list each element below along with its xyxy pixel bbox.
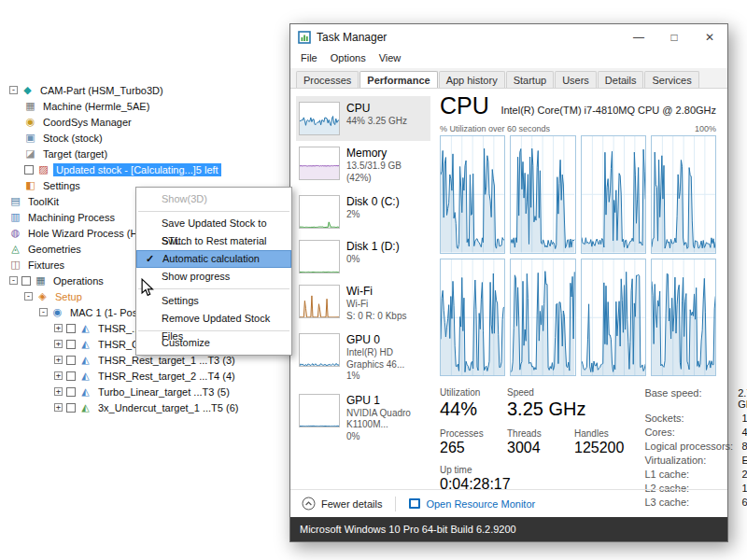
menu-separator: [138, 211, 289, 212]
tree-item-updated-stock-calculating-5-[interactable]: ▨Updated stock - [Calculating...]5 left: [6, 161, 286, 177]
menu-item-automatic-calculation[interactable]: ✓Automatic calculation: [136, 250, 291, 268]
tree-item-label: Machine (Hermle_5AE): [40, 100, 152, 113]
menu-view[interactable]: View: [373, 50, 408, 68]
cpu-core-graph-3: [581, 135, 646, 254]
tab-users[interactable]: Users: [555, 71, 597, 88]
tree-item-label: Settings: [40, 179, 83, 192]
op-icon: ◭: [79, 355, 92, 365]
perf-sidebar-item-gpu-0[interactable]: GPU 0Intel(R) HD Graphics 46...1%: [296, 328, 430, 388]
footer-divider: [395, 497, 396, 511]
tab-app-history[interactable]: App history: [439, 71, 505, 88]
tree-item-label: CAM-Part (HSM_Turbo3D): [37, 84, 166, 97]
menu-file[interactable]: File: [294, 50, 324, 68]
machining-icon: ▥: [9, 212, 21, 222]
tab-details[interactable]: Details: [598, 71, 644, 88]
tree-item-label: THSR_Rest_target_2 ...T4 (4): [95, 370, 238, 383]
tree-checkbox[interactable]: [66, 403, 76, 413]
expand-icon[interactable]: +: [54, 356, 63, 364]
tree-item-coordsys-manager[interactable]: ◉CoordSys Manager: [6, 114, 286, 130]
stat-utilization: Utilization44%: [440, 387, 486, 420]
tree-item-3x-undercut-target-1-t5-6[interactable]: +◭3x_Undercut_target_1 ...T5 (6): [6, 399, 286, 415]
open-resource-monitor-link[interactable]: Open Resource Monitor: [426, 498, 535, 510]
detail-logical-processors: Logical processors:8: [644, 441, 747, 452]
menu-item-remove-updated-stock-files[interactable]: Remove Updated Stock Files: [136, 310, 291, 328]
target-icon: ◪: [24, 148, 36, 159]
tree-checkbox[interactable]: [66, 324, 76, 333]
perf-item-detail: Wi-Fi: [346, 299, 406, 311]
collapse-icon[interactable]: -: [24, 292, 33, 301]
collapse-icon[interactable]: -: [39, 308, 48, 316]
cpu-core-graphs: [440, 135, 716, 376]
context-menu: Show(3D)Save Updated Stock to STL...Swit…: [135, 187, 292, 356]
tree-item-stock-stock[interactable]: ▣Stock (stock): [6, 130, 286, 146]
cpu-core-graph-2: [510, 135, 575, 254]
expand-icon[interactable]: +: [54, 371, 63, 380]
tab-processes[interactable]: Processes: [296, 71, 359, 88]
cpu-panel: CPU Intel(R) Core(TM) i7-4810MQ CPU @ 2.…: [432, 89, 727, 489]
menu-item-show-progress[interactable]: Show progress: [136, 268, 291, 286]
tree-checkbox[interactable]: [66, 356, 76, 365]
perf-sidebar-item-wi-fi[interactable]: Wi-FiWi-FiS: 0 R: 0 Kbps: [296, 279, 430, 328]
tree-item-thsr-rest-target-2-t4-4[interactable]: +◭THSR_Rest_target_2 ...T4 (4): [6, 368, 286, 384]
window-controls: — □ ✕: [621, 24, 727, 50]
menu-options[interactable]: Options: [324, 50, 373, 68]
tree-item-label: Turbo_Linear_target ...T3 (5): [95, 385, 233, 399]
cpu-core-graph-1: [440, 135, 505, 254]
resource-monitor-icon: [409, 498, 420, 509]
fewer-details-button[interactable]: Fewer details: [321, 498, 382, 510]
collapse-icon[interactable]: -: [9, 86, 18, 94]
tree-checkbox[interactable]: [66, 340, 76, 349]
perf-item-detail2: 1%: [346, 371, 428, 383]
close-button[interactable]: ✕: [692, 24, 727, 50]
cpu-heading: CPU: [440, 92, 489, 119]
perf-sidebar-item-gpu-1[interactable]: GPU 1NVIDIA Quadro K1100M...0%: [296, 388, 430, 449]
utilization-axis-label: % Utilization over 60 seconds: [440, 124, 550, 133]
minimize-button[interactable]: —: [621, 24, 656, 50]
tree-item-machine-hermle-5ae[interactable]: ▦Machine (Hermle_5AE): [6, 98, 286, 114]
disk-1-d-mini-graph: [299, 240, 340, 273]
menu-item-switch-to-rest-material-mode[interactable]: Switch to Rest material mode: [136, 232, 291, 250]
task-manager-app-icon: [298, 31, 311, 44]
menu-item-settings[interactable]: Settings: [136, 292, 291, 310]
holewizard-icon: ◍: [9, 228, 21, 238]
stat-threads: Threads3004: [507, 428, 554, 456]
toolkit-icon: ▤: [9, 196, 21, 206]
tree-item-label: Fixtures: [25, 259, 67, 272]
tab-startup[interactable]: Startup: [506, 71, 554, 88]
tree-item-target-target[interactable]: ◪Target (target): [6, 146, 286, 161]
expand-icon[interactable]: +: [54, 324, 63, 332]
footer: Fewer details Open Resource Monitor: [290, 489, 727, 517]
tree-item-cam-part-hsm-turbo3d[interactable]: -◆CAM-Part (HSM_Turbo3D): [6, 82, 286, 98]
performance-sidebar: CPU44% 3.25 GHzMemory13.5/31.9 GB (42%)D…: [290, 89, 432, 489]
tree-checkbox[interactable]: [24, 165, 34, 175]
expand-icon[interactable]: +: [54, 387, 63, 396]
perf-sidebar-item-cpu[interactable]: CPU44% 3.25 GHz: [296, 96, 430, 141]
perf-item-name: Disk 0 (C:): [346, 195, 400, 209]
perf-sidebar-item-memory[interactable]: Memory13.5/31.9 GB (42%): [296, 141, 430, 189]
titlebar[interactable]: Task Manager — □ ✕: [290, 24, 727, 50]
expand-icon[interactable]: +: [54, 340, 63, 348]
op-icon: ◭: [79, 386, 92, 397]
tree-checkbox[interactable]: [66, 371, 76, 381]
maximize-button[interactable]: □: [656, 24, 692, 50]
menu-item-save-updated-stock-to-stl[interactable]: Save Updated Stock to STL...: [136, 215, 291, 232]
menu-item-customize[interactable]: Customize: [136, 334, 291, 352]
setup-icon: ◈: [36, 291, 49, 301]
collapse-icon[interactable]: -: [9, 276, 18, 285]
geometries-icon: ◬: [9, 244, 21, 254]
tree-item-label: Geometries: [25, 243, 84, 256]
tree-checkbox[interactable]: [21, 276, 31, 286]
tree-checkbox[interactable]: [66, 387, 76, 397]
max-percent-label: 100%: [695, 124, 716, 133]
op-icon: ◭: [79, 323, 92, 333]
perf-item-name: Memory: [346, 147, 428, 161]
cpu-core-graph-6: [510, 259, 575, 377]
tree-item-turbo-linear-target-t3-5[interactable]: +◭Turbo_Linear_target ...T3 (5): [6, 384, 286, 399]
perf-sidebar-item-disk-1-d[interactable]: Disk 1 (D:)0%: [296, 234, 430, 279]
perf-sidebar-item-disk-0-c[interactable]: Disk 0 (C:)2%: [296, 189, 430, 234]
tab-services[interactable]: Services: [644, 71, 698, 88]
menu-separator: [138, 288, 289, 289]
expand-icon[interactable]: +: [54, 403, 63, 412]
tab-performance[interactable]: Performance: [359, 71, 437, 88]
op-icon: ◭: [79, 371, 92, 381]
